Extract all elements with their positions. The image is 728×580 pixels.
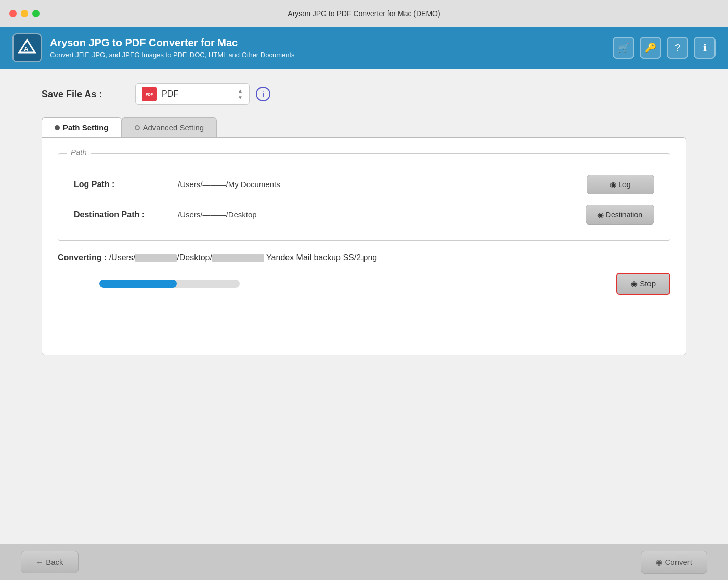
- converting-path-start: /Users/: [109, 253, 136, 262]
- save-file-select-wrap: PDF PDF ▲ ▼ i: [135, 83, 270, 105]
- progress-bar-fill: [99, 280, 177, 288]
- app-subtitle: Convert JFIF, JPG, and JPEG Images to PD…: [50, 51, 295, 59]
- converting-path-mid: /Desktop/: [177, 253, 212, 262]
- app-name: Aryson JPG to PDF Converter for Mac: [50, 37, 295, 49]
- converting-blurred-2: [212, 254, 264, 262]
- key-button[interactable]: 🔑: [640, 37, 661, 59]
- save-file-label: Save File As :: [42, 89, 125, 100]
- path-group: Path Log Path : ◉ Log Destination Path :…: [58, 153, 670, 241]
- tab-advanced-setting[interactable]: Advanced Setting: [122, 117, 217, 137]
- tab-advanced-label: Advanced Setting: [143, 123, 204, 132]
- destination-path-button[interactable]: ◉ Destination: [586, 205, 654, 225]
- tab-dot-advanced: [135, 125, 140, 130]
- title-bar: Aryson JPG to PDF Converter for Mac (DEM…: [0, 0, 728, 27]
- bottom-bar: ← Back ◉ Convert: [0, 544, 728, 580]
- destination-path-input[interactable]: [176, 207, 577, 222]
- stop-button[interactable]: ◉ Stop: [616, 273, 670, 295]
- tabs-row: Path Setting Advanced Setting: [42, 117, 686, 137]
- converting-path-end: Yandex Mail backup SS/2.png: [264, 253, 377, 262]
- format-selector-left: PDF PDF: [142, 87, 178, 101]
- chevron-updown-icon: ▲ ▼: [238, 88, 243, 100]
- log-path-label: Log Path :: [74, 180, 167, 189]
- log-path-button[interactable]: ◉ Log: [587, 175, 654, 194]
- converting-blurred-1: [135, 254, 177, 262]
- convert-button[interactable]: ◉ Convert: [641, 551, 707, 574]
- window-controls: [9, 10, 40, 17]
- window-title: Aryson JPG to PDF Converter for Mac (DEM…: [288, 9, 440, 18]
- tab-path-setting[interactable]: Path Setting: [42, 117, 122, 137]
- maximize-button[interactable]: [32, 10, 40, 17]
- tab-panel: Path Log Path : ◉ Log Destination Path :…: [42, 137, 686, 355]
- main-content: Save File As : PDF PDF ▲ ▼ i Path Settin…: [0, 69, 728, 544]
- progress-bar-wrap: [58, 280, 240, 288]
- tab-dot-path: [55, 125, 60, 130]
- progress-stop-row: ◉ Stop: [58, 273, 670, 295]
- format-select-text: PDF: [162, 89, 178, 99]
- save-file-row: Save File As : PDF PDF ▲ ▼ i: [42, 83, 686, 105]
- app-logo: A: [12, 33, 42, 62]
- log-path-input[interactable]: [176, 177, 578, 192]
- app-header: A Aryson JPG to PDF Converter for Mac Co…: [0, 27, 728, 69]
- cart-button[interactable]: 🛒: [613, 37, 634, 59]
- pdf-icon: PDF: [142, 87, 157, 101]
- info-button[interactable]: ℹ: [694, 37, 716, 59]
- destination-path-row: Destination Path : ◉ Destination: [74, 205, 654, 225]
- back-button[interactable]: ← Back: [21, 551, 79, 573]
- svg-text:A: A: [24, 46, 29, 53]
- format-selector[interactable]: PDF PDF ▲ ▼: [135, 83, 250, 105]
- tab-path-label: Path Setting: [63, 123, 109, 132]
- progress-bar-bg: [99, 280, 240, 288]
- header-left: A Aryson JPG to PDF Converter for Mac Co…: [12, 33, 295, 62]
- format-info-button[interactable]: i: [256, 87, 270, 101]
- destination-path-label: Destination Path :: [74, 210, 167, 219]
- converting-row: Converting : /Users/ /Desktop/ Yandex Ma…: [58, 253, 670, 262]
- close-button[interactable]: [9, 10, 17, 17]
- minimize-button[interactable]: [21, 10, 28, 17]
- help-button[interactable]: ?: [667, 37, 688, 59]
- log-path-row: Log Path : ◉ Log: [74, 175, 654, 194]
- path-legend: Path: [67, 148, 91, 156]
- header-text: Aryson JPG to PDF Converter for Mac Conv…: [50, 37, 295, 59]
- header-icon-buttons: 🛒 🔑 ? ℹ: [613, 37, 716, 59]
- converting-prefix: Converting :: [58, 253, 107, 262]
